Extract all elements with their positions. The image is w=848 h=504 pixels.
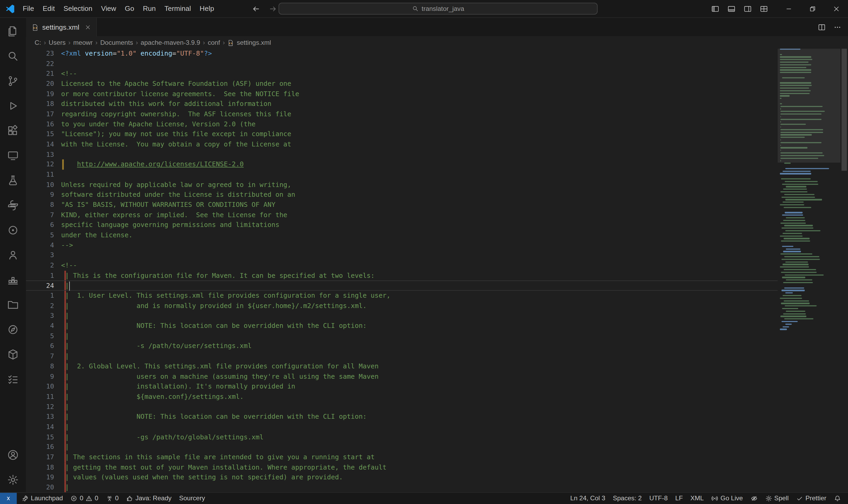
- line-number[interactable]: 14: [26, 139, 54, 149]
- activity-containers-icon[interactable]: [0, 268, 26, 292]
- code-line[interactable]: 3: [26, 251, 778, 260]
- line-number[interactable]: 3: [26, 251, 54, 260]
- menu-selection[interactable]: Selection: [59, 0, 97, 17]
- breadcrumb-item[interactable]: C:: [34, 39, 42, 47]
- activity-run-and-debug-icon[interactable]: [0, 93, 26, 119]
- line-number[interactable]: 20: [26, 483, 54, 492]
- activity-sourcery-icon[interactable]: [0, 317, 26, 342]
- code-line[interactable]: 5under the License.: [26, 230, 778, 240]
- menu-run[interactable]: Run: [139, 0, 160, 17]
- activity-accounts-icon[interactable]: [0, 443, 26, 467]
- line-number[interactable]: 12: [26, 160, 54, 170]
- line-number[interactable]: 24: [26, 281, 54, 290]
- code-line[interactable]: 17regarding copyright ownership. The ASF…: [26, 109, 778, 119]
- code-line[interactable]: 12 http://www.apache.org/licenses/LICENS…: [26, 160, 778, 170]
- line-number[interactable]: 17: [26, 452, 54, 462]
- code-line[interactable]: 12 |: [26, 402, 778, 412]
- status-toggle-hidden[interactable]: [747, 492, 761, 504]
- editor[interactable]: 23<?xml version="1.0" encoding="UTF-8"?>…: [26, 49, 848, 492]
- command-center-search[interactable]: translator_java: [279, 3, 598, 15]
- line-number[interactable]: 6: [26, 341, 54, 351]
- line-number[interactable]: 7: [26, 351, 54, 361]
- line-number[interactable]: 19: [26, 472, 54, 483]
- status-end-of-line[interactable]: LF: [672, 492, 687, 504]
- code-line[interactable]: 9 | users on a machine (assuming they're…: [26, 372, 778, 382]
- minimap-slider[interactable]: [778, 49, 841, 163]
- line-number[interactable]: 18: [26, 99, 54, 109]
- minimap[interactable]: [778, 49, 841, 492]
- code-line[interactable]: 4 | NOTE: This location can be overridde…: [26, 321, 778, 331]
- activity-extensions-icon[interactable]: [0, 119, 26, 143]
- code-line[interactable]: 1 | This is the configuration file for M…: [26, 271, 778, 281]
- code-line[interactable]: 20 |: [26, 483, 778, 492]
- line-number[interactable]: 8: [26, 361, 54, 372]
- split-editor-icon[interactable]: [818, 23, 826, 31]
- breadcrumb-item[interactable]: Documents: [100, 39, 134, 47]
- line-number[interactable]: 14: [26, 422, 54, 432]
- status-prettier[interactable]: Prettier: [793, 492, 830, 504]
- status-encoding[interactable]: UTF-8: [645, 492, 672, 504]
- code-line[interactable]: 15 | -gs /path/to/global/settings.xml: [26, 432, 778, 442]
- code-line[interactable]: 23<?xml version="1.0" encoding="UTF-8"?>: [26, 49, 778, 59]
- activity-maven-icon[interactable]: [0, 342, 26, 367]
- status-language-mode[interactable]: XML: [687, 492, 708, 504]
- line-number[interactable]: 22: [26, 59, 54, 69]
- line-number[interactable]: 7: [26, 210, 54, 220]
- line-number[interactable]: 18: [26, 462, 54, 472]
- code-line[interactable]: 16 |: [26, 442, 778, 452]
- status-sourcery[interactable]: Sourcery: [175, 492, 209, 504]
- line-number[interactable]: 1: [26, 271, 54, 281]
- line-number[interactable]: 10: [26, 180, 54, 190]
- line-number[interactable]: 16: [26, 442, 54, 452]
- tab-settings-xml[interactable]: settings.xml: [26, 18, 97, 37]
- line-number[interactable]: 5: [26, 331, 54, 341]
- line-number[interactable]: 2: [26, 301, 54, 311]
- code-line[interactable]: 3 |: [26, 311, 778, 321]
- line-number[interactable]: 21: [26, 69, 54, 79]
- code-line[interactable]: 16to you under the Apache License, Versi…: [26, 119, 778, 129]
- activity-live-share-icon[interactable]: [0, 242, 26, 268]
- code-line[interactable]: 4-->: [26, 240, 778, 250]
- code-line[interactable]: 19 | values (values used when the settin…: [26, 472, 778, 483]
- line-number[interactable]: 20: [26, 79, 54, 89]
- back-button[interactable]: [252, 4, 260, 13]
- editor-more-actions-icon[interactable]: [833, 23, 842, 31]
- activity-source-control-icon[interactable]: [0, 69, 26, 93]
- code-line[interactable]: 17 | The sections in this sample file ar…: [26, 452, 778, 462]
- menu-view[interactable]: View: [97, 0, 121, 17]
- menu-help[interactable]: Help: [195, 0, 219, 17]
- activity-project-manager-icon[interactable]: [0, 292, 26, 317]
- code-line[interactable]: 10Unless required by applicable law or a…: [26, 180, 778, 190]
- line-number[interactable]: 4: [26, 321, 54, 331]
- line-number[interactable]: 11: [26, 170, 54, 180]
- forward-button[interactable]: [269, 4, 277, 13]
- code-line[interactable]: 6specific language governing permissions…: [26, 220, 778, 230]
- code-line[interactable]: 18distributed with this work for additio…: [26, 99, 778, 109]
- line-number[interactable]: 3: [26, 311, 54, 321]
- code-line[interactable]: 7KIND, either express or implied. See th…: [26, 210, 778, 220]
- line-number[interactable]: 17: [26, 109, 54, 119]
- code-line[interactable]: 24 |: [26, 281, 778, 291]
- status-launchpad[interactable]: Launchpad: [18, 492, 67, 504]
- code-line[interactable]: 21<!--: [26, 69, 778, 79]
- code-line[interactable]: 2 | and is normally provided in ${user.h…: [26, 301, 778, 311]
- line-number[interactable]: 9: [26, 372, 54, 382]
- code-line[interactable]: 11: [26, 170, 778, 180]
- status-indentation[interactable]: Spaces: 2: [609, 492, 645, 504]
- status-ports[interactable]: 0: [102, 492, 122, 504]
- line-number[interactable]: 16: [26, 119, 54, 129]
- breadcrumb-item[interactable]: apache-maven-3.9.9: [140, 39, 201, 47]
- activity-search-icon[interactable]: [0, 44, 26, 69]
- scrollbar-thumb[interactable]: [842, 49, 847, 171]
- breadcrumb-item[interactable]: meowr: [73, 39, 93, 47]
- window-close-button[interactable]: [824, 0, 848, 17]
- code-line[interactable]: 19or more contributor license agreements…: [26, 89, 778, 99]
- activity-explorer-icon[interactable]: [0, 19, 26, 44]
- breadcrumb-item[interactable]: conf: [207, 39, 221, 47]
- breadcrumb-item[interactable]: settings.xml: [236, 39, 272, 47]
- line-number[interactable]: 13: [26, 150, 54, 160]
- code-line[interactable]: 15"License"); you may not use this file …: [26, 129, 778, 139]
- line-number[interactable]: 2: [26, 260, 54, 271]
- line-number[interactable]: 4: [26, 240, 54, 250]
- line-number[interactable]: 12: [26, 402, 54, 412]
